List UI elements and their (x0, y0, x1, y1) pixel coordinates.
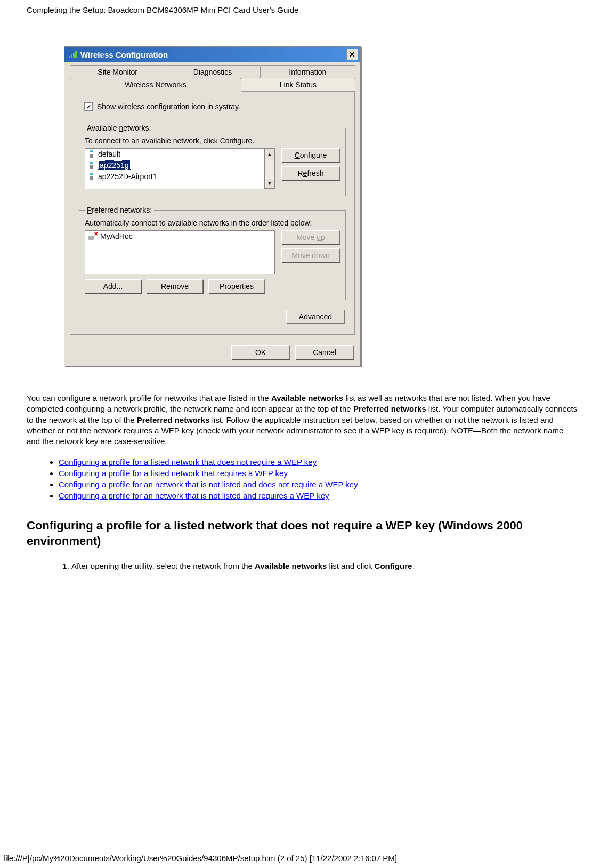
available-instruction: To connect to an available network, clic… (85, 136, 340, 145)
tab-information[interactable]: Information (260, 65, 355, 78)
scrollbar[interactable]: ▲ ▼ (264, 149, 275, 189)
scroll-down-icon[interactable]: ▼ (265, 178, 274, 189)
preferred-networks-group: Preferred networks: Automatically connec… (79, 206, 346, 300)
list-item[interactable]: ap2252D-Airport1 (85, 171, 264, 182)
section-heading: Configuring a profile for a listed netwo… (27, 518, 579, 549)
systray-checkbox[interactable]: ✓ (84, 102, 93, 111)
tab-site-monitor[interactable]: Site Monitor (70, 65, 165, 78)
available-networks-group: Available networks: To connect to an ava… (79, 124, 346, 196)
body-paragraph: You can configure a network profile for … (27, 393, 579, 447)
tab-wireless-networks[interactable]: Wireless Networks (70, 78, 241, 92)
network-icon (88, 173, 95, 180)
footer-path: file:///P|/pc/My%20Documents/Working/Use… (3, 854, 397, 863)
move-up-button[interactable]: Move up (281, 230, 340, 244)
steps-list: After opening the utility, select the ne… (50, 561, 579, 570)
link[interactable]: Configuring a profile for a listed netwo… (59, 457, 317, 467)
preferred-instruction: Automatically connect to available netwo… (85, 219, 340, 227)
systray-label: Show wireless configuration icon in syst… (97, 102, 240, 111)
cancel-button[interactable]: Cancel (295, 345, 354, 359)
ok-button[interactable]: OK (231, 345, 290, 359)
page-header: Completing the Setup: Broadcom BCM94306M… (27, 5, 579, 14)
link[interactable]: Configuring a profile for an network tha… (59, 491, 329, 500)
available-legend: Available networks: (85, 124, 153, 132)
preferred-legend: Preferred networks: (85, 206, 154, 214)
available-listbox[interactable]: default ap2251g ap2252D-Airport1 (85, 148, 275, 189)
tab-link-status[interactable]: Link Status (241, 78, 355, 92)
list-item: Configuring a profile for a listed netwo… (59, 469, 579, 478)
list-item: Configuring a profile for a listed netwo… (59, 457, 579, 467)
configure-button[interactable]: Configure (281, 148, 340, 162)
list-item[interactable]: default (85, 149, 264, 159)
step-item: After opening the utility, select the ne… (71, 561, 579, 570)
preferred-listbox[interactable]: MyAdHoc (85, 230, 275, 274)
move-down-button[interactable]: Move down (281, 248, 340, 262)
wireless-config-dialog: Wireless Configuration ✕ Site Monitor Di… (64, 46, 361, 366)
properties-button[interactable]: Properties (208, 279, 265, 293)
signal-icon (69, 51, 77, 58)
list-item: Configuring a profile for an network tha… (59, 491, 579, 500)
advanced-button[interactable]: Advanced (286, 310, 345, 324)
network-icon (88, 150, 95, 158)
link-list: Configuring a profile for a listed netwo… (59, 457, 579, 500)
link[interactable]: Configuring a profile for a listed netwo… (59, 469, 288, 478)
refresh-button[interactable]: Refresh (281, 166, 340, 180)
link[interactable]: Configuring a profile for an network tha… (59, 480, 358, 489)
list-item: Configuring a profile for an network tha… (59, 480, 579, 489)
remove-button[interactable]: Remove (147, 279, 203, 293)
list-item[interactable]: ap2251g (85, 159, 264, 171)
close-button[interactable]: ✕ (346, 49, 358, 60)
network-icon (88, 162, 95, 169)
list-item[interactable]: MyAdHoc (85, 231, 274, 242)
tab-diagnostics[interactable]: Diagnostics (165, 65, 260, 78)
adhoc-icon (88, 232, 97, 240)
dialog-title: Wireless Configuration (80, 50, 168, 59)
scroll-up-icon[interactable]: ▲ (265, 149, 274, 159)
titlebar: Wireless Configuration ✕ (64, 47, 360, 62)
add-button[interactable]: Add... (85, 279, 141, 293)
